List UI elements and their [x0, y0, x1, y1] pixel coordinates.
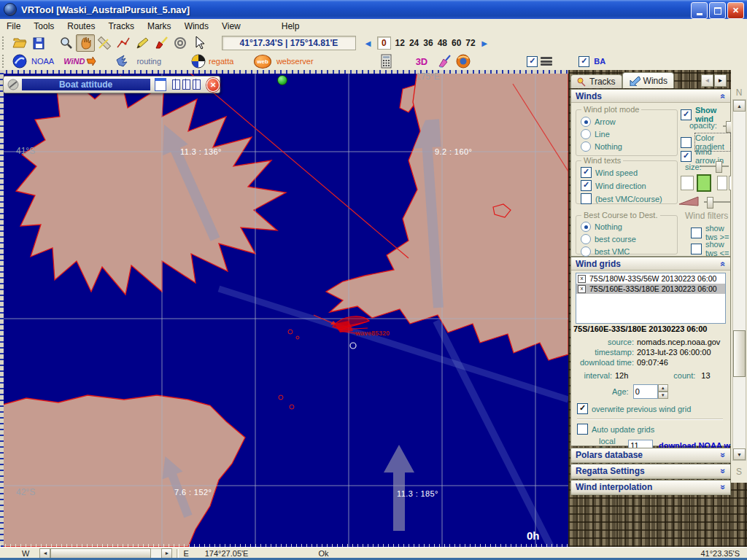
winds-panel-header[interactable]: Winds «: [571, 90, 730, 103]
radio-bc-nothing[interactable]: Nothing: [581, 222, 677, 232]
show-tws-le-checkbox[interactable]: show tws <=: [691, 240, 730, 257]
polars-database-panel[interactable]: Polars database »: [570, 448, 731, 463]
menu-tools[interactable]: Tools: [27, 20, 61, 33]
title-bar[interactable]: VRTool [Waski_AustralPursuit_5.nav] ✕: [0, 0, 747, 19]
wind-speed-checkbox[interactable]: ✓Wind speed: [581, 167, 677, 178]
menu-help[interactable]: Help: [275, 20, 306, 33]
toolbar-grip[interactable]: [2, 36, 6, 50]
radio-line[interactable]: Line: [581, 129, 677, 139]
wind-grid-item[interactable]: x75S/180W-33S/56W 20130223 06:00: [576, 273, 725, 284]
radio-best-course[interactable]: best course: [581, 234, 677, 244]
hour-48[interactable]: 48: [438, 38, 447, 48]
clean-button[interactable]: [435, 52, 454, 70]
menu-routes[interactable]: Routes: [61, 20, 101, 33]
overwrite-checkbox[interactable]: ✓ overwrite previous wind grid: [577, 403, 691, 414]
wind-direction-checkbox[interactable]: ✓Wind direction: [581, 180, 677, 191]
close-button[interactable]: ✕: [727, 2, 744, 19]
arrow-size-swatch-2-selected[interactable]: [697, 174, 711, 192]
zoom-tool-button[interactable]: [57, 34, 76, 52]
grid-enabled-checkbox[interactable]: x: [578, 285, 586, 293]
size-slider[interactable]: [700, 166, 729, 167]
tab-winds[interactable]: Winds: [622, 72, 674, 88]
collapse-icon[interactable]: «: [719, 261, 729, 266]
regatta-settings-panel[interactable]: Regatta Settings »: [570, 464, 731, 479]
ba-label[interactable]: BA: [594, 57, 605, 66]
open-file-button[interactable]: [10, 34, 29, 52]
menu-view[interactable]: View: [215, 20, 247, 33]
scroll-left-button[interactable]: ◄: [39, 548, 50, 559]
layers-checkbox[interactable]: ✓: [527, 56, 538, 67]
collapse-icon[interactable]: «: [719, 93, 729, 98]
hour-next-button[interactable]: ►: [480, 38, 489, 49]
hour-72[interactable]: 72: [465, 38, 475, 48]
menu-tracks[interactable]: Tracks: [101, 20, 141, 33]
map-horizontal-scrollbar[interactable]: ◄ ►: [39, 548, 172, 559]
ba-checkbox[interactable]: ✓: [578, 56, 589, 67]
noaa-button[interactable]: [10, 52, 29, 70]
waypoint-marker[interactable]: [277, 75, 287, 85]
view-3d-button[interactable]: 3D: [416, 56, 428, 67]
chart-map[interactable]: 41°S 42°S 175°E 11.3 : 136° 9.2 : 160° 7…: [0, 70, 568, 547]
expand-icon[interactable]: »: [719, 484, 729, 489]
hour-36[interactable]: 36: [423, 38, 433, 48]
grid-enabled-checkbox[interactable]: x: [578, 275, 586, 283]
menu-winds[interactable]: Winds: [178, 20, 215, 33]
save-button[interactable]: [29, 34, 48, 52]
boat-attitude-close-button[interactable]: ✕: [206, 78, 220, 92]
menu-marks[interactable]: Marks: [141, 20, 178, 33]
auto-update-checkbox[interactable]: Auto update grids: [577, 424, 654, 435]
calculator-button[interactable]: [376, 52, 395, 70]
hour-0[interactable]: 0: [377, 36, 391, 50]
noaa-label[interactable]: NOAA: [31, 57, 54, 66]
age-spinner[interactable]: ▲▼: [658, 384, 668, 399]
browser-button[interactable]: [454, 52, 473, 70]
pan-tool-button[interactable]: [76, 34, 95, 52]
radio-arrow[interactable]: Arrow: [581, 117, 677, 127]
measure-tool-button[interactable]: [95, 34, 114, 52]
wind-grids-header[interactable]: Wind grids «: [571, 257, 730, 271]
minimize-button[interactable]: [691, 2, 708, 19]
hour-12[interactable]: 12: [395, 38, 405, 48]
show-tws-ge-checkbox[interactable]: show tws >=: [691, 224, 730, 241]
arrow-size-swatch-3[interactable]: [717, 176, 727, 190]
vertical-scroll-thumb[interactable]: [733, 330, 746, 377]
scroll-right-button[interactable]: ►: [161, 548, 172, 559]
expand-icon[interactable]: »: [719, 468, 729, 473]
horizontal-scroll-thumb[interactable]: [50, 548, 151, 559]
arrow-style-slider[interactable]: [704, 201, 730, 203]
best-vmc-course-checkbox[interactable]: (best VMC/course): [581, 193, 677, 204]
map-vertical-scrollbar[interactable]: ▲ ▼: [732, 99, 746, 461]
restore-button[interactable]: [709, 2, 726, 19]
tab-scroll-left[interactable]: ◄: [701, 74, 713, 87]
toolbar-grip-2[interactable]: [2, 55, 6, 68]
boat-attitude-toolbar[interactable]: Boat attitude ✕: [3, 76, 220, 93]
horizontal-scroll-track[interactable]: [151, 548, 161, 559]
arrow-size-swatch-1[interactable]: [681, 176, 694, 190]
menu-file[interactable]: File: [0, 20, 27, 33]
dock-icons[interactable]: [172, 79, 201, 90]
brush-tool-button[interactable]: [152, 34, 171, 52]
wind-button[interactable]: WiND: [63, 57, 85, 66]
opacity-slider[interactable]: [723, 125, 730, 127]
wind-grids-list[interactable]: x75S/180W-33S/56W 20130223 06:00 x75S/16…: [576, 273, 726, 324]
radio-nothing[interactable]: Nothing: [581, 141, 677, 152]
wind-grid-item-selected[interactable]: x75S/160E-33S/180E 20130223 06:00: [576, 284, 725, 294]
age-input[interactable]: 0: [633, 384, 658, 399]
pen-tool-button[interactable]: [133, 34, 152, 52]
hour-60[interactable]: 60: [452, 38, 461, 48]
scroll-up-button[interactable]: ▲: [733, 100, 746, 112]
wind-interpolation-panel[interactable]: Wind interpolation »: [570, 480, 731, 495]
tab-scroll-right[interactable]: ►: [714, 74, 727, 87]
hour-prev-button[interactable]: ◄: [363, 38, 373, 49]
cursor-tool-button[interactable]: [190, 34, 209, 52]
scroll-down-button[interactable]: ▼: [733, 448, 746, 460]
webserver-label[interactable]: webserver: [276, 57, 314, 66]
routing-label[interactable]: routing: [136, 57, 161, 66]
target-tool-button[interactable]: [171, 34, 190, 52]
regatta-label[interactable]: regatta: [209, 57, 233, 66]
expand-icon[interactable]: »: [719, 452, 729, 457]
window-restore-icon[interactable]: [155, 78, 167, 91]
route-tool-button[interactable]: [114, 34, 133, 52]
hour-24[interactable]: 24: [409, 38, 419, 48]
layers-menu-icon[interactable]: [541, 57, 552, 66]
